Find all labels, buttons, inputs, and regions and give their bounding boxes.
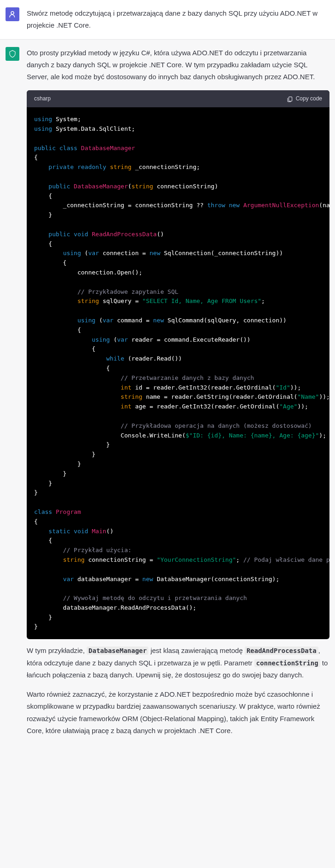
clipboard-icon	[287, 96, 293, 102]
user-text: Stwórz metodę odczytującą i przetwarzają…	[27, 7, 329, 32]
assistant-avatar	[6, 47, 19, 61]
outro-paragraph-1: W tym przykładzie, DatabaseManager jest …	[27, 645, 329, 681]
code-scroll[interactable]: using System; using System.Data.SqlClien…	[27, 107, 329, 639]
assistant-content: Oto prosty przykład metody w języku C#, …	[27, 47, 329, 737]
copy-code-button[interactable]: Copy code	[287, 94, 322, 104]
inline-code-readmethod: ReadAndProcessData	[245, 647, 318, 655]
inline-code-connstr: connectionString	[254, 659, 320, 667]
svg-rect-1	[288, 97, 292, 101]
code-content: using System; using System.Data.SqlClien…	[27, 107, 329, 639]
user-icon	[8, 10, 17, 18]
user-message: Stwórz metodę odczytującą i przetwarzają…	[0, 0, 335, 40]
user-content: Stwórz metodę odczytującą i przetwarzają…	[27, 7, 329, 32]
outro-paragraph-2: Warto również zaznaczyć, że korzystanie …	[27, 688, 329, 737]
svg-point-0	[11, 12, 14, 14]
code-language: csharp	[34, 94, 51, 104]
bot-icon	[8, 50, 17, 58]
code-block: csharp Copy code using System; using Sys…	[27, 90, 329, 639]
code-header: csharp Copy code	[27, 90, 329, 107]
copy-code-label: Copy code	[296, 94, 322, 104]
user-avatar	[6, 7, 19, 21]
intro-paragraph: Oto prosty przykład metody w języku C#, …	[27, 47, 329, 83]
assistant-message: Oto prosty przykład metody w języku C#, …	[0, 40, 335, 745]
inline-code-dbmanager: DatabaseManager	[87, 647, 148, 655]
